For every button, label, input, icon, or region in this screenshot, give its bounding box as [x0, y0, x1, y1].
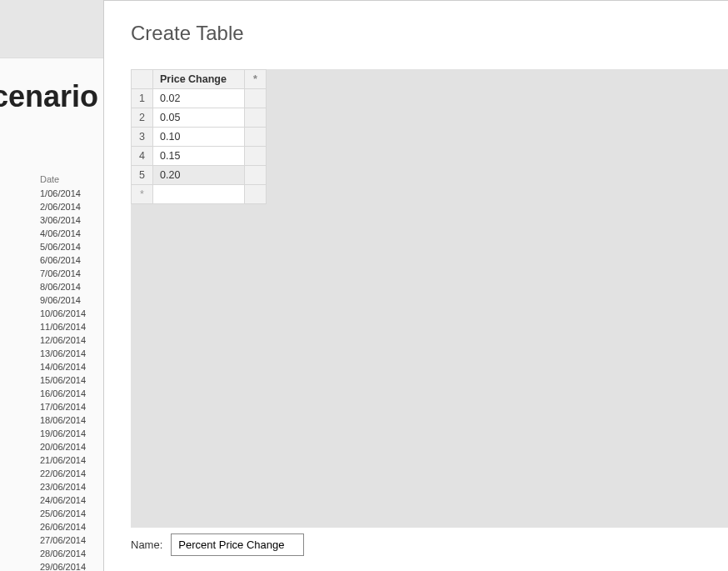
date-cell: 16/06/2014 — [40, 387, 86, 400]
price-change-cell[interactable]: 0.10 — [153, 128, 245, 147]
date-cell: 5/06/2014 — [40, 240, 86, 253]
column-header-price-change[interactable]: Price Change — [153, 70, 245, 89]
table-row[interactable]: 50.20 — [132, 166, 267, 185]
table-name-label: Name: — [131, 538, 162, 551]
empty-add-cell — [245, 147, 267, 166]
create-table-grid[interactable]: Price Change * 10.0220.0530.1040.1550.20… — [131, 69, 267, 204]
date-cell: 23/06/2014 — [40, 480, 86, 493]
empty-add-cell — [245, 166, 267, 185]
create-table-dialog: Create Table Price Change * 10.0220.0530… — [103, 0, 728, 571]
new-row[interactable]: * — [132, 185, 267, 204]
table-row[interactable]: 30.10 — [132, 128, 267, 147]
price-change-cell[interactable]: 0.20 — [153, 166, 245, 185]
date-cell: 20/06/2014 — [40, 440, 86, 453]
date-cell: 27/06/2014 — [40, 533, 86, 547]
table-name-input[interactable] — [171, 533, 304, 556]
row-number-cell: 2 — [132, 108, 153, 128]
date-cell: 15/06/2014 — [40, 373, 86, 387]
dialog-title: Create Table — [104, 1, 728, 62]
date-cell: 22/06/2014 — [40, 467, 86, 480]
date-cell: 12/06/2014 — [40, 333, 86, 347]
date-cell: 25/06/2014 — [40, 507, 86, 520]
row-number-cell: 3 — [132, 128, 153, 147]
new-row-marker: * — [132, 185, 153, 204]
date-cell: 18/06/2014 — [40, 413, 86, 427]
date-cell: 26/06/2014 — [40, 520, 86, 533]
empty-add-cell — [245, 128, 267, 147]
date-cell: 6/06/2014 — [40, 253, 86, 267]
date-cell: 29/06/2014 — [40, 560, 86, 571]
date-cell: 21/06/2014 — [40, 453, 86, 467]
empty-add-cell — [245, 89, 267, 108]
row-number-cell: 4 — [132, 147, 153, 166]
table-row[interactable]: 40.15 — [132, 147, 267, 166]
row-number-cell: 1 — [132, 89, 153, 108]
date-cell: 14/06/2014 — [40, 360, 86, 373]
date-cell: 13/06/2014 — [40, 347, 86, 360]
empty-add-cell — [245, 108, 267, 128]
date-cell: 17/06/2014 — [40, 400, 86, 413]
date-column-header: Date — [40, 174, 86, 184]
price-change-cell[interactable]: 0.15 — [153, 147, 245, 166]
empty-add-cell — [245, 185, 267, 204]
date-cell: 19/06/2014 — [40, 427, 86, 440]
row-number-cell: 5 — [132, 166, 153, 185]
date-cell: 1/06/2014 — [40, 187, 86, 200]
table-name-row: Name: — [131, 533, 304, 556]
date-cell: 7/06/2014 — [40, 267, 86, 280]
price-change-cell[interactable]: 0.05 — [153, 108, 245, 128]
date-cell: 28/06/2014 — [40, 547, 86, 560]
dialog-body: Price Change * 10.0220.0530.1040.1550.20… — [131, 69, 728, 528]
date-cell: 9/06/2014 — [40, 293, 86, 307]
background-date-column: Date 1/06/20142/06/20143/06/20144/06/201… — [40, 174, 86, 571]
row-number-header — [132, 70, 153, 89]
date-cell: 3/06/2014 — [40, 213, 86, 227]
background-page-title: cenario — [0, 79, 98, 114]
table-wrap: Price Change * 10.0220.0530.1040.1550.20… — [131, 69, 267, 204]
date-cell: 8/06/2014 — [40, 280, 86, 293]
date-cell: 11/06/2014 — [40, 320, 86, 333]
date-cell: 24/06/2014 — [40, 493, 86, 507]
price-change-cell[interactable]: 0.02 — [153, 89, 245, 108]
add-column-button[interactable]: * — [245, 70, 267, 89]
date-cell: 2/06/2014 — [40, 200, 86, 213]
new-row-cell[interactable] — [153, 185, 245, 204]
date-cell: 10/06/2014 — [40, 307, 86, 320]
table-row[interactable]: 10.02 — [132, 89, 267, 108]
date-cell: 4/06/2014 — [40, 227, 86, 240]
table-row[interactable]: 20.05 — [132, 108, 267, 128]
